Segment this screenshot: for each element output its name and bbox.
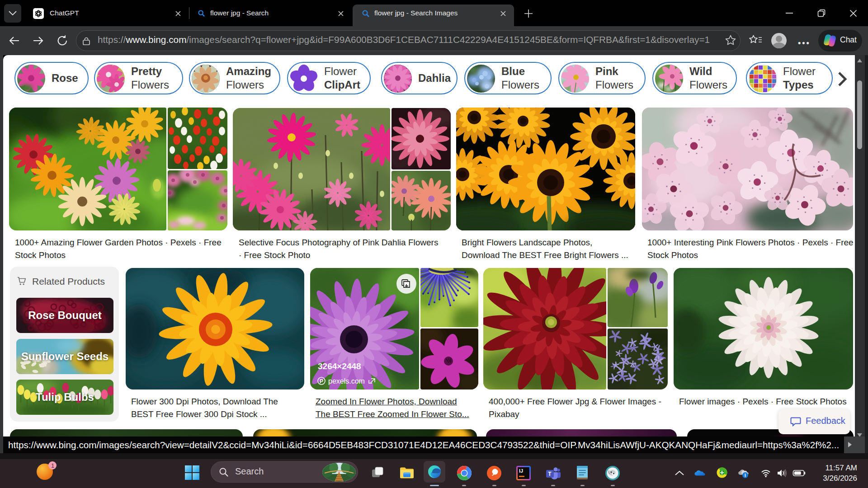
svg-text:IJ: IJ bbox=[519, 468, 523, 474]
svg-text:P: P bbox=[320, 378, 323, 385]
svg-text:pexels.com: pexels.com bbox=[328, 377, 365, 385]
svg-text:1: 1 bbox=[51, 462, 54, 469]
svg-text:T: T bbox=[548, 471, 552, 477]
svg-text:3264×2448: 3264×2448 bbox=[318, 361, 361, 371]
